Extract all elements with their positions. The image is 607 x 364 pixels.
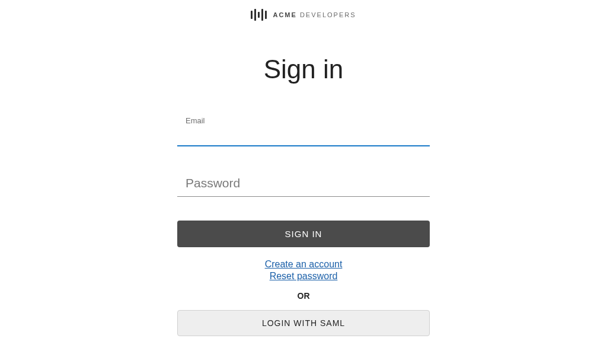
brand-logo-icon <box>251 8 267 21</box>
signin-button[interactable]: SIGN IN <box>177 221 430 247</box>
signin-page: ACME DEVELOPERS Sign in Email SIGN IN Cr… <box>0 0 607 336</box>
auth-links: Create an account Reset password <box>265 259 343 282</box>
password-field[interactable] <box>177 170 430 197</box>
page-title: Sign in <box>264 55 344 84</box>
brand-name-light: DEVELOPERS <box>300 11 356 18</box>
password-field-wrapper <box>177 170 430 197</box>
email-field-wrapper: Email <box>177 117 430 146</box>
divider-label: OR <box>298 291 310 301</box>
create-account-link[interactable]: Create an account <box>265 259 343 270</box>
email-field[interactable] <box>177 117 430 146</box>
brand-name: ACME DEVELOPERS <box>273 11 356 18</box>
saml-login-button[interactable]: LOGIN WITH SAML <box>177 310 430 336</box>
reset-password-link[interactable]: Reset password <box>270 271 338 282</box>
signin-form: Sign in Email SIGN IN Create an account … <box>177 55 430 336</box>
brand-header: ACME DEVELOPERS <box>251 8 356 21</box>
brand-name-strong: ACME <box>273 11 296 18</box>
